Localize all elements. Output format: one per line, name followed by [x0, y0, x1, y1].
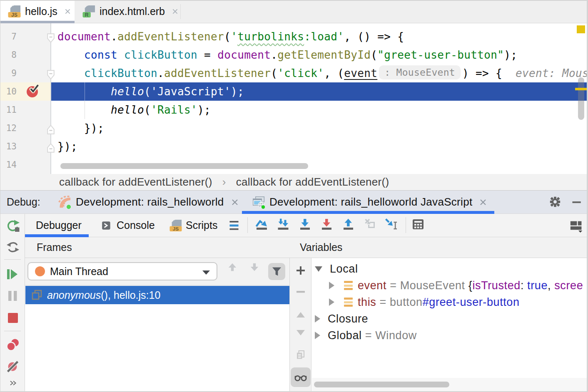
stack-frame-text: anonymous	[47, 289, 101, 301]
chevron-right-icon[interactable]	[315, 315, 320, 323]
breadcrumbs: callback for addEventListener() › callba…	[0, 174, 588, 191]
variable-text: =	[362, 329, 376, 342]
code-token: const	[84, 49, 117, 61]
editor-tab-hello-js[interactable]: hello.js	[0, 0, 75, 23]
code-token: (	[144, 104, 151, 116]
step-out-icon[interactable]	[341, 218, 355, 231]
breadcrumb-item[interactable]: callback for addEventListener()	[59, 176, 212, 189]
close-icon[interactable]	[479, 198, 487, 206]
move-watch-up-icon[interactable]	[295, 310, 306, 320]
run-to-cursor-icon[interactable]	[385, 218, 398, 231]
fold-end-icon[interactable]	[47, 125, 55, 134]
code-line-13: });	[51, 137, 588, 156]
more-actions-icon[interactable]	[9, 380, 17, 386]
stop-icon[interactable]	[6, 311, 20, 325]
code-token: clickButton	[84, 67, 157, 79]
code-line-10: hello('JavaScript');	[51, 82, 588, 101]
fold-start-icon[interactable]	[47, 33, 55, 43]
indent-guide	[85, 101, 85, 119]
chevron-right-icon[interactable]	[329, 298, 334, 306]
move-watch-down-icon[interactable]	[295, 327, 306, 338]
glasses-icon	[294, 373, 307, 382]
layout-options-icon[interactable]	[229, 220, 239, 231]
vertical-scrollbar[interactable]	[578, 77, 584, 120]
show-watches-button[interactable]	[291, 367, 311, 387]
code-editor[interactable]: 7891011121314 document.addEventListener(…	[0, 23, 588, 174]
duplicate-watch-icon[interactable]	[295, 350, 306, 360]
next-frame-icon[interactable]	[249, 263, 260, 272]
code-token: .	[271, 49, 277, 61]
reset-frame-icon[interactable]	[363, 218, 376, 231]
debug-session-tab-rails[interactable]: Development: rails_helloworld	[58, 191, 239, 213]
debug-tab-label: Development: rails_helloworld	[76, 196, 224, 208]
resume-icon[interactable]	[6, 267, 20, 281]
gear-icon[interactable]	[550, 196, 561, 207]
type-hint: : MouseEvent	[379, 65, 461, 79]
breakpoint-icon[interactable]	[26, 84, 40, 99]
step-into-icon[interactable]	[298, 218, 311, 231]
strip-separator	[4, 259, 21, 260]
hide-icon[interactable]	[571, 197, 582, 208]
force-step-into-icon[interactable]	[320, 218, 333, 231]
debug-tab-label: Development: rails_helloworld JavaScript	[269, 196, 472, 208]
force-step-over-icon[interactable]	[277, 218, 290, 231]
frames-panel: Main Thread anonymous(), hello.js:10	[25, 258, 289, 392]
variables-tree-row[interactable]: Global = Window	[312, 327, 588, 344]
editor-tab-index-html-erb[interactable]: index.html.erb	[75, 0, 180, 23]
chevron-down-icon[interactable]	[315, 266, 322, 272]
debugger-toolbar: Debugger Console Scripts	[0, 214, 588, 237]
variables-tree-row[interactable]: Closure	[312, 310, 588, 327]
thread-selector[interactable]: Main Thread	[27, 262, 217, 280]
chevron-right-icon[interactable]	[329, 282, 334, 289]
pause-icon[interactable]	[6, 289, 20, 303]
tab-scripts[interactable]: Scripts	[169, 214, 217, 237]
editor-tab-bar: hello.js index.html.erb	[0, 0, 588, 23]
window-border-left	[0, 0, 0, 392]
step-over-icon[interactable]	[255, 218, 269, 231]
close-icon[interactable]	[231, 198, 239, 206]
rerun-failed-icon[interactable]	[6, 240, 20, 254]
view-breakpoints-icon[interactable]	[6, 338, 20, 352]
stack-frame-row[interactable]: anonymous(), hello.js:10	[25, 286, 289, 304]
inspections-status-widget[interactable]	[577, 25, 585, 33]
fold-end-icon[interactable]	[47, 143, 55, 153]
variables-tree-row[interactable]: event = MouseEvent {isTrusted: true, scr…	[312, 277, 588, 294]
variables-hscroll-thumb[interactable]	[314, 382, 449, 387]
rerun-icon[interactable]	[6, 220, 20, 234]
chevron-right-icon[interactable]	[315, 332, 320, 339]
code-token: , () => {	[344, 30, 404, 43]
hide-library-frames-button[interactable]	[268, 263, 285, 280]
tab-console[interactable]: Console	[101, 214, 155, 237]
close-icon[interactable]	[172, 8, 179, 15]
variable-text: this	[358, 296, 376, 309]
variables-tree-row[interactable]: Local	[312, 261, 588, 277]
tab-debugger[interactable]: Debugger	[36, 214, 82, 237]
toolbar-separator	[406, 217, 406, 233]
horizontal-scrollbar[interactable]	[60, 163, 308, 169]
editor-gutter[interactable]: 7891011121314	[0, 23, 51, 174]
fold-start-icon[interactable]	[47, 70, 55, 79]
code-token: addEventListener	[164, 67, 271, 79]
breadcrumb-item[interactable]: callback for addEventListener()	[236, 176, 389, 189]
debug-session-tab-javascript[interactable]: Development: rails_helloworld JavaScript	[252, 191, 487, 213]
warning-stripe-mark[interactable]	[575, 88, 587, 90]
code-line-7: document.addEventListener('turbolinks:lo…	[51, 27, 588, 46]
evaluate-expression-icon[interactable]	[411, 218, 425, 231]
add-watch-icon[interactable]	[295, 265, 306, 276]
variables-tree-row[interactable]: this = button#greet-user-button	[312, 294, 588, 310]
variable-text: MouseEvent	[400, 279, 468, 292]
line-number: 8	[0, 46, 17, 64]
remove-watch-icon[interactable]	[295, 286, 306, 297]
code-token: });	[57, 122, 104, 134]
variables-tree: Localevent = MouseEvent {isTrusted: true…	[312, 258, 588, 392]
variable-text: =	[376, 296, 390, 309]
layout-settings-icon[interactable]	[570, 219, 583, 233]
editor-tab-label: hello.js	[25, 5, 57, 17]
close-icon[interactable]	[64, 8, 71, 15]
strip-separator	[4, 331, 21, 331]
mute-breakpoints-icon[interactable]	[6, 360, 20, 374]
previous-frame-icon[interactable]	[227, 263, 238, 272]
debug-actions-strip	[0, 214, 25, 392]
variable-text: =	[386, 279, 400, 292]
indent-guide	[85, 82, 85, 101]
